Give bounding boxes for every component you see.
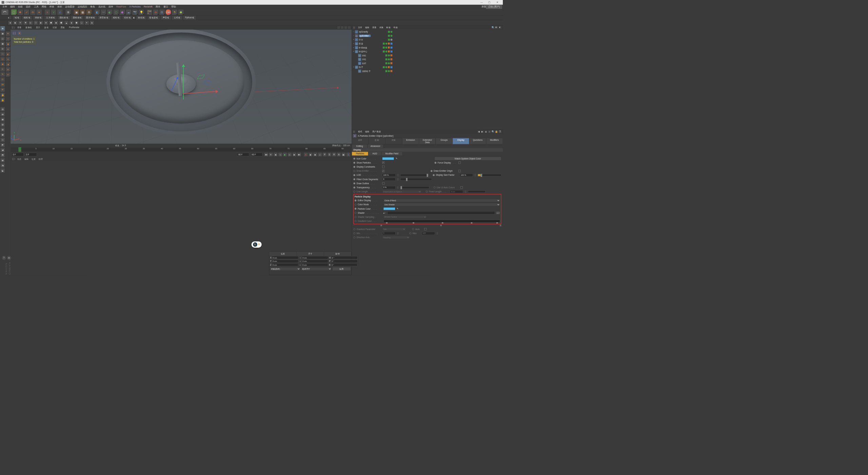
rs-button[interactable]: ⬣ [178,9,184,15]
tag-icon[interactable] [391,70,393,72]
menu-plugins[interactable]: 插件 [107,5,115,8]
fcs-input[interactable] [382,177,395,180]
maximize-button[interactable]: ▢ [486,0,493,5]
menu-tracker[interactable]: 运动跟踪 [76,5,89,8]
field-tab-4[interactable]: 圆柱体域 [57,16,70,20]
lod-spinner[interactable] [397,173,399,176]
lock-icon[interactable]: 🔒 [0,92,5,97]
objmgr-tags[interactable]: 标签 [386,26,391,29]
field-tab-0[interactable]: 域域 [13,16,21,20]
goto-start-button[interactable]: ⏮ [264,152,269,157]
dispsize-input[interactable] [460,173,473,176]
show-particles-checkbox[interactable] [382,162,384,164]
field-tab-11[interactable]: 着色器域 [147,16,160,20]
quant-icon[interactable]: ⊛ [0,87,5,92]
objmgr-bookmarks[interactable]: 书签 [393,26,398,29]
rtool-6[interactable]: ⟲ [5,57,10,61]
rotate-button[interactable]: ⟲ [30,9,36,15]
field-icon-10[interactable]: ◆ [54,20,59,25]
auto-bullet[interactable] [412,228,414,230]
head-icon[interactable]: ☻ [0,26,5,31]
start-frame-input[interactable] [12,153,24,156]
expand-icon[interactable]: + [352,39,355,41]
max-bullet[interactable] [409,232,411,234]
menu-redshift[interactable]: Redshift [142,5,154,8]
min-input[interactable] [382,232,395,235]
menu-tools[interactable]: 工具 [32,5,40,8]
shader-bullet[interactable] [355,212,357,214]
vp-nav-1[interactable] [337,26,340,29]
spline-button[interactable]: 〰 [101,9,106,15]
tweak-icon[interactable]: ✎ [0,72,5,77]
diraxis-select[interactable]: Heading [382,236,410,239]
particle-color-swatch[interactable] [383,207,395,210]
render-dot[interactable] [388,62,390,64]
tag-icon[interactable] [388,51,390,53]
opts-button[interactable]: ⋮ [346,152,351,157]
draw-outline-checkbox[interactable] [382,182,384,185]
pla-button[interactable]: ▦ [341,152,346,157]
tag-icon[interactable] [388,66,390,68]
last-tool-button[interactable]: ✦ [36,9,42,15]
tab-groups[interactable]: Groups [436,138,452,145]
tag-icon[interactable] [388,46,390,49]
view-axis-gizmo[interactable]: XYZ [13,132,22,142]
cube-button[interactable]: ◧ [94,9,100,15]
rtool-9[interactable]: ⊖ [5,72,10,77]
coord-spinner[interactable] [358,256,358,259]
deformer-button[interactable]: ⬢ [119,9,125,15]
coord-pos-input[interactable] [272,263,298,266]
coord-size-select[interactable]: 绝对尺寸 [301,267,332,270]
field-icon-2[interactable]: ◉ [13,20,18,25]
field-tab-8[interactable]: 线性域 [111,16,122,20]
coord-rot-input[interactable] [331,260,357,263]
icon-color-bullet[interactable] [353,157,355,159]
menu-spline[interactable]: 样条 [48,5,56,8]
tag-icon[interactable] [391,66,393,68]
render-dot[interactable] [386,51,388,53]
object-row[interactable]: +◫转盘中心 [352,50,502,54]
vtool-11[interactable]: ⬓ [0,158,5,163]
view-menu-camera[interactable]: 摄像机 [24,26,34,29]
coord-pos-input[interactable] [272,256,298,259]
field-icon-5[interactable]: ◎ [28,20,33,25]
point-mode-icon[interactable]: ⊡ [0,52,5,56]
coord-size-input[interactable] [302,263,328,266]
view-menu-panel[interactable]: 面板 [59,26,67,29]
menu-volume[interactable]: 体积 [56,5,64,8]
texture-mode-icon[interactable]: ▩ [0,41,5,46]
object-row[interactable]: +○空白 [352,38,502,42]
visibility-toggle[interactable] [388,35,390,37]
object-row[interactable]: ◫放射粒子 [352,69,502,73]
field-icon-8[interactable]: ⊕ [44,20,48,25]
attrmgr-edit[interactable]: 编辑 [365,130,370,133]
draw-emitter-checkbox[interactable] [382,170,384,172]
vtool-1[interactable]: ▥ [0,107,5,112]
coord-size-input[interactable] [302,260,328,263]
view-menu-options[interactable]: 选项 [42,26,51,29]
object-name[interactable]: 长杆 [362,62,374,65]
objmgr-file[interactable]: 文件 [358,26,362,29]
visibility-toggle[interactable] [388,39,390,41]
gradient-color-bullet[interactable] [355,220,357,222]
field-tab-3[interactable]: 立方体域 [44,16,57,20]
render-dot[interactable] [388,58,390,60]
object-row[interactable]: ◫外柱 [352,57,502,61]
field-icon-16[interactable]: ✦ [84,20,89,25]
lod-input[interactable] [382,173,395,176]
menu-realflow[interactable]: RealFlow [115,5,127,8]
force-display-bullet[interactable] [434,162,436,164]
step-fwd-button[interactable]: ▶ [292,152,297,157]
workplane-mode-icon[interactable]: ⊞ [0,46,5,51]
field-tab-14[interactable]: Python域 [183,16,196,20]
coord-spinner[interactable] [358,263,358,266]
workplane-button[interactable]: ⊡ [159,9,165,15]
vtool-9[interactable]: ◪ [0,148,5,152]
object-row[interactable]: +◫扣子 [352,65,502,69]
key-button[interactable]: ◆ [313,152,317,157]
object-name[interactable]: 放射粒子 [362,70,374,73]
attr-home-icon[interactable]: ⌂ [488,130,491,133]
field-icon-11[interactable]: ⬣ [59,20,64,25]
snap3d-icon[interactable]: 3D [0,82,5,87]
objmgr-edit[interactable]: 编辑 [365,26,370,29]
